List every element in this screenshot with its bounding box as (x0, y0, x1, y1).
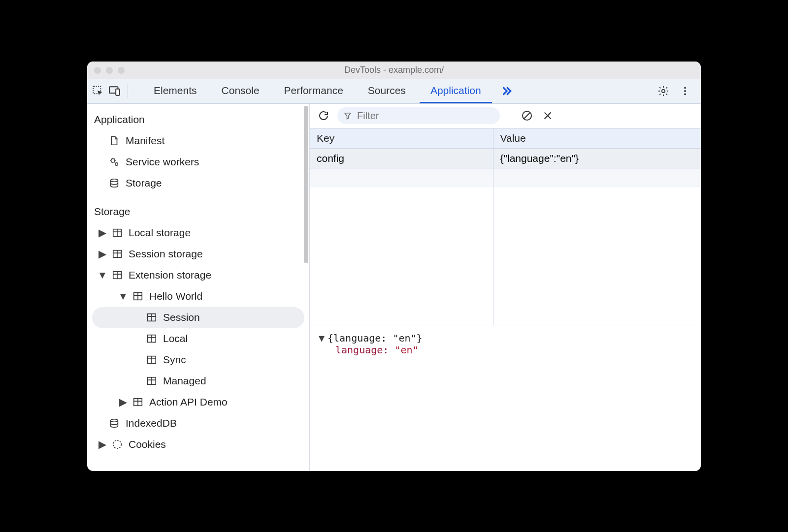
delete-icon[interactable] (541, 109, 555, 123)
sidebar-item-service-workers[interactable]: Service workers (87, 152, 309, 173)
content: Application Manifest Service workers (87, 104, 701, 471)
column-divider[interactable] (493, 128, 493, 325)
table-header-row: Key Value (310, 128, 701, 149)
tree-sync[interactable]: Sync (87, 349, 309, 371)
label: Storage (126, 177, 162, 189)
chevron-down-icon: ▼ (99, 269, 106, 281)
object-preview: ▼{language: "en"} language: "en" (310, 325, 701, 471)
devtools-window: DevTools - example.com/ Elements Console… (87, 62, 701, 471)
label: Extension storage (129, 269, 211, 281)
traffic-minimize[interactable] (106, 67, 113, 74)
sidebar: Application Manifest Service workers (87, 104, 310, 471)
traffic-close[interactable] (94, 67, 101, 74)
table-icon (145, 376, 158, 386)
tree-local[interactable]: Local (87, 328, 309, 349)
titlebar: DevTools - example.com/ (87, 62, 701, 79)
cell-key: config (310, 148, 493, 168)
label: Action API Demo (149, 396, 228, 408)
label: Hello World (149, 290, 202, 302)
chevron-right-icon: ▶ (120, 396, 127, 408)
filter-input[interactable] (357, 110, 492, 122)
tab-application[interactable]: Application (420, 79, 492, 103)
svg-point-5 (684, 90, 686, 92)
table-icon (131, 397, 144, 407)
traffic-lights (94, 67, 125, 74)
divider (128, 84, 128, 98)
more-tabs-icon[interactable] (495, 79, 518, 103)
svg-point-4 (684, 87, 686, 89)
sidebar-item-storage[interactable]: Storage (87, 173, 309, 194)
tabbar: Elements Console Performance Sources App… (87, 79, 701, 104)
sidebar-scrollbar[interactable] (304, 106, 308, 263)
storage-toolbar (310, 104, 701, 128)
table-icon (145, 312, 158, 323)
chevron-right-icon: ▶ (99, 227, 106, 239)
svg-point-19 (111, 419, 118, 422)
main: Key Value config {"language":"en"} (310, 104, 701, 471)
db-icon (108, 178, 121, 188)
label: IndexedDB (126, 417, 177, 429)
table-row[interactable]: config {"language":"en"} (310, 148, 701, 168)
storage-table-area: Key Value config {"language":"en"} (310, 128, 701, 325)
window-title: DevTools - example.com/ (87, 65, 701, 75)
tab-elements[interactable]: Elements (143, 79, 208, 103)
tree-action-api-demo[interactable]: ▶ Action API Demo (87, 392, 309, 413)
table-row-empty (310, 168, 701, 186)
tab-performance[interactable]: Performance (273, 79, 354, 103)
tree-hello-world[interactable]: ▼ Hello World (87, 286, 309, 307)
svg-point-9 (111, 179, 118, 182)
tree-extension-storage[interactable]: ▼ Extension storage (87, 265, 309, 286)
chevron-right-icon: ▶ (99, 248, 106, 260)
tree-session-storage[interactable]: ▶ Session storage (87, 244, 309, 265)
preview-line-property[interactable]: language: "en" (319, 344, 692, 356)
label: Manifest (126, 135, 164, 147)
label: Session storage (129, 248, 203, 260)
section-storage: Storage (87, 203, 309, 222)
device-toggle-icon[interactable] (108, 84, 122, 98)
tree-indexeddb[interactable]: IndexedDB (87, 413, 309, 434)
svg-rect-2 (116, 89, 120, 95)
tab-console[interactable]: Console (211, 79, 270, 103)
section-application: Application (87, 111, 309, 130)
header-key[interactable]: Key (310, 128, 493, 149)
preview-key: language (335, 344, 383, 356)
header-value[interactable]: Value (493, 128, 701, 149)
label: Sync (163, 354, 186, 366)
tree-session[interactable]: Session (92, 307, 304, 328)
tab-sources[interactable]: Sources (357, 79, 417, 103)
table-icon (131, 291, 144, 302)
doc-icon (108, 135, 121, 146)
label: Local storage (129, 227, 191, 239)
traffic-zoom[interactable] (118, 67, 125, 74)
filter-icon (343, 111, 352, 120)
db-icon (108, 418, 121, 429)
tabs: Elements Console Performance Sources App… (143, 79, 518, 103)
chevron-right-icon: ▶ (99, 438, 106, 450)
label: Cookies (129, 438, 166, 450)
tree-managed[interactable]: Managed (87, 371, 309, 392)
storage-table: Key Value config {"language":"en"} (310, 128, 701, 187)
gear-icon[interactable] (657, 84, 670, 98)
label: Session (163, 312, 200, 323)
tree-local-storage[interactable]: ▶ Local storage (87, 222, 309, 244)
label: Managed (163, 375, 206, 387)
svg-point-8 (115, 163, 118, 166)
table-icon (111, 249, 124, 259)
table-icon (111, 227, 124, 238)
filter-input-wrap[interactable] (337, 107, 500, 124)
sidebar-item-manifest[interactable]: Manifest (87, 130, 309, 152)
kebab-icon[interactable] (678, 84, 692, 98)
tree-cookies[interactable]: ▶ Cookies (87, 434, 309, 455)
svg-point-20 (113, 440, 122, 449)
clear-all-icon[interactable] (520, 109, 534, 123)
preview-value: "en" (394, 344, 418, 356)
preview-line-summary[interactable]: ▼{language: "en"} (319, 332, 692, 344)
inspect-icon[interactable] (91, 84, 105, 98)
chevron-down-icon: ▼ (319, 332, 326, 344)
label: Local (163, 333, 188, 344)
cell-value: {"language":"en"} (493, 148, 701, 168)
refresh-icon[interactable] (317, 109, 330, 123)
gears-icon (108, 156, 121, 167)
table-icon (111, 270, 124, 281)
table-icon (145, 354, 158, 365)
